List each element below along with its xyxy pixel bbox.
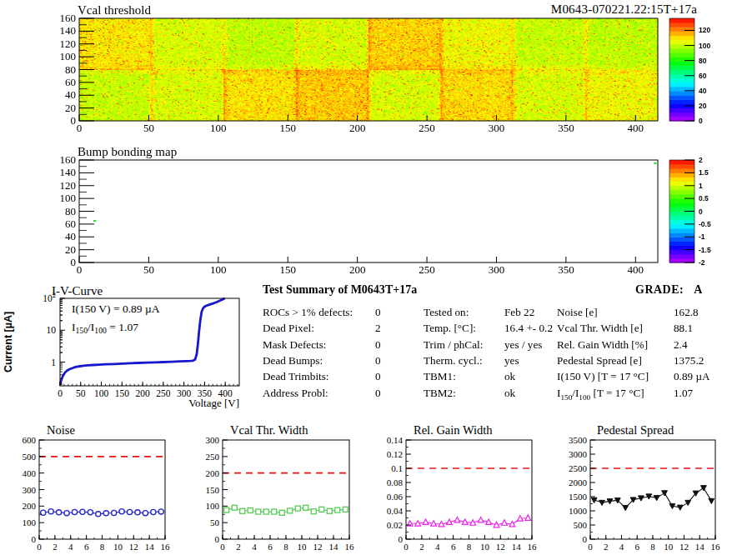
tick-label: 20 [65, 102, 76, 114]
tick-label: 12 [496, 542, 505, 552]
tick-label: 6 [451, 542, 456, 552]
bump-bonding-chart: 0501001502002503003504000204060801001201… [0, 140, 747, 283]
tick-label: 150 [115, 388, 130, 398]
colorbar-tick-label: 40 [699, 87, 707, 95]
tick-label: 0 [404, 542, 409, 552]
tick-label: 10 [113, 542, 123, 552]
tick-label: 400 [628, 263, 644, 276]
summary-row: TBM1:ok [424, 370, 456, 383]
tick-label: 0.02 [387, 520, 403, 530]
summary-row-label: Pedestal Spread [e] [557, 354, 642, 367]
annotation: I150/I100 = 1.07 [72, 321, 138, 335]
summary-row-label: Noise [e] [557, 306, 598, 318]
summary-row-value: yes / yes [504, 338, 542, 352]
tick-label: 0.06 [387, 492, 404, 502]
summary-row-value: ok [504, 387, 515, 400]
vcal-thr-width-svg: 0246810121416050100150200250300Vcal Thr.… [187, 421, 374, 560]
tick-label: 6 [84, 542, 89, 552]
tick-label: 0 [220, 542, 225, 552]
colorbar-tick-label: -1.5 [699, 246, 711, 254]
tick-label: 4 [252, 542, 257, 552]
tick-label: 200 [349, 263, 366, 276]
tick-label: 14 [512, 542, 522, 552]
tick-label: 500 [574, 520, 588, 530]
tick-label: 16 [528, 542, 538, 552]
tick-label: 8 [283, 542, 288, 552]
tick-label: 300 [23, 485, 37, 495]
summary-row-label: Address Probl: [263, 387, 328, 399]
tick-label: 8 [650, 542, 655, 552]
summary-row-value: 88.1 [674, 322, 693, 335]
colorbar-tick-label: -1 [699, 232, 705, 241]
test-summary-panel: Test Summary of M0643 T+17a GRADE:A ROCs… [258, 283, 747, 408]
summary-row-value: 162.8 [674, 306, 699, 319]
tick-label: 12 [679, 542, 689, 552]
colorbar-tick-label: -0.5 [699, 220, 711, 228]
tick-label: 16 [161, 542, 171, 552]
tick-label: 14 [145, 542, 155, 552]
summary-row: Rel. Gain Width [%]2.4 [557, 338, 648, 352]
tick-label: 300 [489, 263, 505, 276]
colorbar-tick-label: 60 [699, 72, 707, 80]
tick-label: 2000 [569, 478, 588, 488]
tick-label: 60 [65, 218, 76, 230]
summary-row-value: 0 [375, 387, 381, 400]
tick-label: 0 [77, 122, 83, 134]
tick-label: 3500 [569, 435, 588, 445]
summary-row-value: 0 [375, 338, 381, 352]
tick-label: 40 [65, 230, 76, 242]
summary-row: Address Probl:0 [263, 387, 328, 400]
tick-label: 300 [489, 122, 505, 134]
tick-label: 150 [206, 485, 220, 495]
map-defect-points [93, 162, 657, 222]
tick-label: 2 [604, 542, 609, 552]
tick-label: 0 [583, 534, 588, 544]
tick-label: 60 [65, 76, 76, 88]
tick-label: 140 [60, 166, 77, 178]
summary-row-label: Dead Pixel: [263, 322, 314, 334]
tick-label: 8 [467, 542, 472, 552]
tick-label: 0 [71, 114, 77, 127]
chart-title: Bump bonding map [78, 145, 177, 158]
colorbar-tick-label: 80 [699, 57, 707, 65]
tick-label: 120 [60, 179, 77, 192]
tick-label: 1500 [569, 492, 588, 502]
tick-label: 50 [143, 263, 154, 276]
summary-row-value: 2.4 [674, 338, 687, 352]
summary-row: I150/I100 [T = 17 °C]1.07 [557, 387, 644, 402]
axes: 0501001502002503003504000204060801001201… [60, 12, 659, 134]
module-test-report-page: M0643-070221.22:15T+17a 0501001502002503… [0, 0, 747, 560]
tick-label: 140 [60, 24, 77, 37]
tick-label: 40 [65, 88, 76, 101]
summary-row: TBM2:ok [424, 387, 456, 400]
tick-label: 50 [143, 122, 154, 134]
colorbar-tick-label: 0 [699, 208, 703, 216]
tick-label: 10 [47, 325, 57, 335]
colorbar-tick-label: 1.5 [699, 168, 709, 177]
tick-label: 100 [23, 518, 37, 528]
tick-label: 0.12 [387, 449, 403, 459]
tick-label: 300 [206, 435, 220, 445]
summary-row: Temp. [°C]:16.4 +- 0.2 [424, 322, 476, 335]
summary-row-label: Mask Defects: [263, 338, 327, 351]
tick-label: 14 [329, 542, 339, 552]
summary-row-label: Temp. [°C]: [424, 322, 476, 334]
summary-row-label: I(150 V) [T = 17 °C] [557, 370, 649, 382]
tick-label: 6 [635, 542, 640, 552]
tick-label: 0 [399, 534, 404, 544]
summary-defects-column: ROCs > 1% defects:0Dead Pixel:2Mask Defe… [263, 283, 421, 408]
tick-label: 50 [76, 388, 86, 398]
series-vcal-width-per-roc [224, 505, 348, 515]
tick-label: 160 [60, 12, 77, 24]
chart-title: Vcal Thr. Width [230, 423, 308, 437]
summary-row-label: Vcal Thr. Width [e] [557, 322, 643, 334]
tick-label: 150 [279, 122, 296, 134]
summary-row-label: TBM1: [424, 370, 456, 382]
tick-label: 16 [711, 542, 721, 552]
summary-row-label: Tested on: [424, 306, 469, 318]
axes: 0501001502002503003504000204060801001201… [60, 153, 659, 276]
tick-label: 1000 [569, 506, 588, 516]
tick-label: 200 [206, 468, 220, 478]
tick-label: 2 [53, 542, 58, 552]
iv-curve-chart: 050100150200250300350400110102I-V-CurveC… [0, 283, 258, 423]
